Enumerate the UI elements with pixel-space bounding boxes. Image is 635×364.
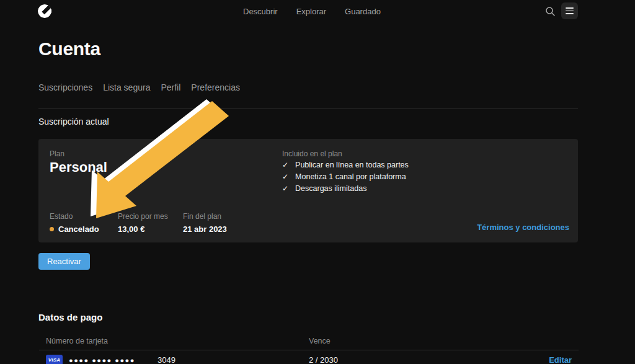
price-column: Precio por mes 13,00 € bbox=[118, 212, 168, 234]
price-label: Precio por mes bbox=[118, 212, 168, 221]
search-icon[interactable] bbox=[543, 4, 557, 18]
primary-nav: Descubrir Explorar Guardado bbox=[243, 0, 381, 22]
tab-suscripciones[interactable]: Suscripciones bbox=[38, 82, 92, 92]
feature-item: ✓ Monetiza 1 canal por plataforma bbox=[282, 171, 409, 182]
card-number-masked: ●●●● ●●●● ●●●● bbox=[69, 357, 135, 364]
reactivate-button[interactable]: Reactivar bbox=[38, 253, 90, 270]
page-title: Cuenta bbox=[38, 38, 100, 60]
tab-perfil[interactable]: Perfil bbox=[161, 82, 180, 92]
nav-link-guardado[interactable]: Guardado bbox=[345, 7, 381, 16]
card-last4: 3049 bbox=[158, 355, 175, 364]
top-nav-bar: Descubrir Explorar Guardado bbox=[0, 0, 635, 22]
price-value: 13,00 € bbox=[118, 224, 168, 234]
nav-link-descubrir[interactable]: Descubrir bbox=[243, 7, 278, 16]
payment-section-title: Datos de pago bbox=[38, 312, 102, 322]
current-subscription-title: Suscripción actual bbox=[38, 117, 109, 127]
check-icon: ✓ bbox=[282, 161, 288, 169]
check-icon: ✓ bbox=[282, 173, 288, 180]
status-dot-icon bbox=[50, 227, 54, 231]
feature-item: ✓ Descargas ilimitadas bbox=[282, 182, 409, 194]
hamburger-menu-icon bbox=[566, 7, 574, 14]
table-divider bbox=[39, 350, 579, 350]
edit-card-link[interactable]: Editar bbox=[549, 355, 572, 364]
plan-end-value: 21 abr 2023 bbox=[183, 224, 227, 234]
tab-preferencias[interactable]: Preferencias bbox=[191, 82, 240, 92]
section-divider bbox=[38, 109, 578, 109]
payment-card-row: VISA ●●●● ●●●● ●●●● 3049 2 / 2030 Editar bbox=[46, 354, 572, 364]
included-label: Incluido en el plan bbox=[282, 149, 342, 158]
menu-button[interactable] bbox=[561, 2, 578, 19]
plan-features-list: ✓ Publicar en línea en todas partes ✓ Mo… bbox=[282, 159, 409, 194]
card-expiry-value: 2 / 2030 bbox=[309, 355, 338, 364]
card-number-header: Número de tarjeta bbox=[46, 337, 108, 345]
account-tabs: Suscripciones Lista segura Perfil Prefer… bbox=[38, 82, 240, 92]
tab-lista-segura[interactable]: Lista segura bbox=[103, 82, 150, 92]
expiry-header: Vence bbox=[309, 337, 331, 345]
nav-link-explorar[interactable]: Explorar bbox=[296, 7, 326, 16]
plan-name: Personal bbox=[50, 159, 107, 175]
check-icon: ✓ bbox=[282, 185, 288, 192]
plan-end-column: Fin del plan 21 abr 2023 bbox=[183, 212, 227, 234]
plan-end-label: Fin del plan bbox=[183, 212, 227, 221]
status-label: Estado bbox=[50, 212, 99, 221]
plan-label: Plan bbox=[50, 149, 64, 158]
app-logo[interactable] bbox=[37, 4, 52, 19]
status-value: Cancelado bbox=[50, 224, 99, 234]
subscription-card: Plan Personal Incluido en el plan ✓ Publ… bbox=[38, 139, 578, 242]
feature-text: Publicar en línea en todas partes bbox=[295, 161, 409, 169]
terms-link[interactable]: Términos y condiciones bbox=[477, 223, 569, 232]
feature-item: ✓ Publicar en línea en todas partes bbox=[282, 159, 409, 171]
visa-badge-icon: VISA bbox=[46, 355, 63, 364]
status-text: Cancelado bbox=[58, 224, 99, 234]
feature-text: Monetiza 1 canal por plataforma bbox=[295, 172, 406, 181]
feature-text: Descargas ilimitadas bbox=[295, 184, 366, 193]
status-column: Estado Cancelado bbox=[50, 212, 99, 234]
